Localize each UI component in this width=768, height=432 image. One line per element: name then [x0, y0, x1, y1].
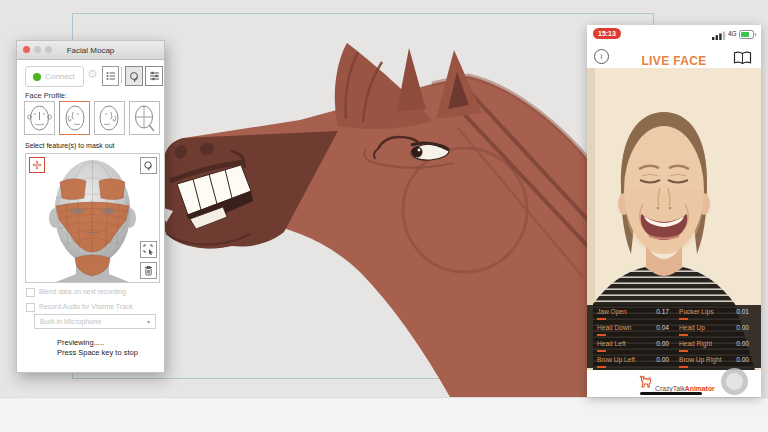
param-value: 0.00 — [719, 340, 749, 347]
param-label: Pucker Lips — [679, 308, 713, 315]
live-face-title: LIVE FACE — [594, 53, 754, 68]
mocap-parameters-overlay: Jaw Open 0.17 Pucker Lips 0.01 Head Down… — [587, 305, 761, 368]
connect-label: Connect — [45, 72, 75, 81]
delete-mask-button[interactable] — [140, 262, 157, 279]
preview-status-line2: Press Space key to stop — [57, 348, 138, 357]
marquee-select-icon — [143, 244, 154, 255]
help-book-button[interactable] — [733, 51, 752, 65]
param-value: 0.01 — [719, 308, 749, 315]
list-icon — [106, 71, 116, 81]
brand-name-part2: Animator — [685, 385, 715, 392]
param-value: 0.00 — [719, 356, 749, 363]
preview-status-line1: Previewing..... — [57, 338, 104, 347]
rotate-head-icon — [143, 160, 154, 171]
blend-data-checkbox[interactable] — [26, 288, 35, 297]
connect-status-icon — [33, 73, 41, 81]
param-value: 0.17 — [639, 308, 669, 315]
face-profile-three-quarter-right-button[interactable] — [94, 101, 125, 135]
calibration-list-button[interactable] — [102, 66, 119, 86]
facial-mocap-panel: Facial Mocap Connect ⚙ — [16, 40, 165, 373]
panel-titlebar[interactable]: Facial Mocap — [17, 41, 164, 60]
face-profile-full-button[interactable] — [24, 101, 55, 135]
face-profile-three-quarter-left-button[interactable] — [59, 101, 90, 135]
param-value: 0.00 — [639, 356, 669, 363]
select-region-button[interactable] — [140, 241, 157, 258]
trash-icon — [144, 265, 153, 276]
brand-name-part1: CrazyTalk — [655, 385, 685, 392]
param-label: Head Left — [597, 340, 626, 347]
crazytalk-logo-icon — [639, 374, 652, 388]
playback-toolbar: 00:00:000 — [0, 397, 768, 432]
face-three-quarter-right-icon — [95, 102, 124, 134]
mask-paint-tool-button[interactable] — [29, 157, 45, 173]
settings-gear-icon[interactable]: ⚙ — [87, 67, 98, 81]
recording-time-badge[interactable]: 15:13 — [593, 28, 621, 39]
app-window: 00:00:000 Facial Mocap Connect ⚙ — [0, 0, 768, 432]
connect-button[interactable]: Connect — [25, 66, 84, 87]
model-rotate-button[interactable] — [140, 157, 157, 174]
head-rotate-icon — [129, 71, 140, 82]
home-indicator[interactable] — [640, 392, 702, 395]
face-three-quarter-left-icon — [60, 102, 89, 134]
record-audio-checkbox[interactable] — [26, 303, 35, 312]
param-label: Brow Up Left — [597, 356, 635, 363]
signal-bars-icon — [712, 31, 726, 40]
chevron-down-icon: ▾ — [147, 318, 150, 325]
blend-data-label: Blend data on next recording — [39, 288, 126, 295]
panel-title: Facial Mocap — [17, 46, 164, 55]
face-mask-model-box[interactable] — [25, 153, 160, 283]
record-audio-label: Record Audio for Viseme Track — [39, 303, 133, 310]
param-label: Jaw Open — [597, 308, 627, 315]
mask-move-icon — [32, 160, 42, 170]
param-label: Head Down — [597, 324, 631, 331]
shutter-button-inner — [726, 373, 743, 390]
live-face-phone-screen: 15:13 4G i LIVE FACE — [587, 25, 761, 397]
face-profile-side-button[interactable] — [129, 101, 160, 135]
param-value: 0.00 — [639, 340, 669, 347]
param-value: 0.04 — [639, 324, 669, 331]
face-full-icon — [25, 102, 54, 134]
param-label: Head Right — [679, 340, 712, 347]
param-value: 0.00 — [719, 324, 749, 331]
param-label: Brow Up Right — [679, 356, 722, 363]
param-label: Head Up — [679, 324, 705, 331]
face-side-icon — [130, 102, 159, 134]
microphone-dropdown[interactable]: Built-in Microphone ▾ — [34, 314, 156, 329]
toolbar-separator — [121, 67, 122, 83]
sliders-icon — [149, 71, 160, 81]
network-type-label: 4G — [728, 30, 737, 37]
face-profile-label: Face Profile: — [25, 91, 67, 100]
battery-icon — [739, 30, 757, 39]
preview-rotate-button[interactable] — [125, 66, 143, 86]
mask-section-label: Select feature(s) to mask out — [25, 142, 114, 149]
microphone-dropdown-value: Built-in Microphone — [40, 317, 102, 326]
mocap-settings-button[interactable] — [145, 66, 163, 86]
